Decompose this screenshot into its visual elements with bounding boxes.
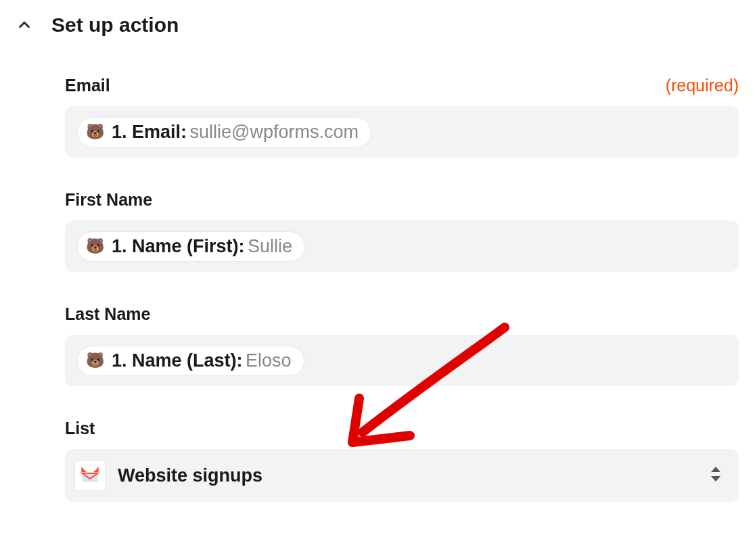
svg-marker-5	[711, 476, 720, 482]
select-left: Website signups	[74, 460, 262, 491]
email-pill-label: 1. Email:	[112, 122, 187, 142]
firstname-field-group: First Name 🐻 1. Name (First): Sullie	[65, 190, 739, 272]
section-header[interactable]: Set up action	[16, 14, 739, 37]
list-select[interactable]: Website signups	[65, 449, 739, 502]
email-field-group: Email (required) 🐻 1. Email: sullie@wpfo…	[65, 76, 739, 158]
email-label: Email	[65, 76, 110, 95]
email-input[interactable]: 🐻 1. Email: sullie@wpforms.com	[65, 106, 739, 158]
svg-marker-4	[711, 467, 720, 472]
svg-marker-0	[81, 467, 87, 472]
wpforms-app-icon: 🐻	[85, 122, 105, 142]
lastname-pill-value: Eloso	[246, 350, 292, 371]
email-pill-value: sullie@wpforms.com	[190, 122, 359, 142]
email-pill[interactable]: 🐻 1. Email: sullie@wpforms.com	[77, 117, 371, 147]
lastname-label: Last Name	[65, 304, 150, 324]
section-title: Set up action	[51, 14, 179, 37]
list-label: List	[65, 419, 95, 438]
field-label-row: Email (required)	[65, 76, 739, 95]
list-select-value: Website signups	[118, 465, 262, 486]
field-label-row: List	[65, 419, 739, 438]
field-label-row: First Name	[65, 190, 739, 210]
firstname-input[interactable]: 🐻 1. Name (First): Sullie	[65, 220, 739, 272]
firstname-pill[interactable]: 🐻 1. Name (First): Sullie	[77, 231, 305, 262]
select-arrows-icon	[709, 465, 723, 486]
lastname-field-group: Last Name 🐻 1. Name (Last): Eloso	[65, 304, 739, 386]
lastname-pill-label: 1. Name (Last):	[112, 350, 243, 371]
form-content: Email (required) 🐻 1. Email: sullie@wpfo…	[16, 76, 739, 502]
svg-marker-1	[93, 467, 99, 472]
firstname-pill-value: Sullie	[248, 236, 292, 256]
firstname-label: First Name	[65, 190, 152, 210]
list-field-group: List Website signups	[65, 419, 739, 502]
field-label-row: Last Name	[65, 304, 739, 324]
wpforms-app-icon: 🐻	[85, 236, 105, 256]
lastname-pill[interactable]: 🐻 1. Name (Last): Eloso	[77, 346, 304, 376]
required-tag: (required)	[666, 76, 739, 95]
wpforms-app-icon: 🐻	[85, 350, 105, 371]
sendfox-app-icon	[74, 460, 106, 491]
chevron-up-icon	[16, 17, 32, 33]
lastname-input[interactable]: 🐻 1. Name (Last): Eloso	[65, 335, 739, 386]
firstname-pill-label: 1. Name (First):	[112, 236, 245, 256]
